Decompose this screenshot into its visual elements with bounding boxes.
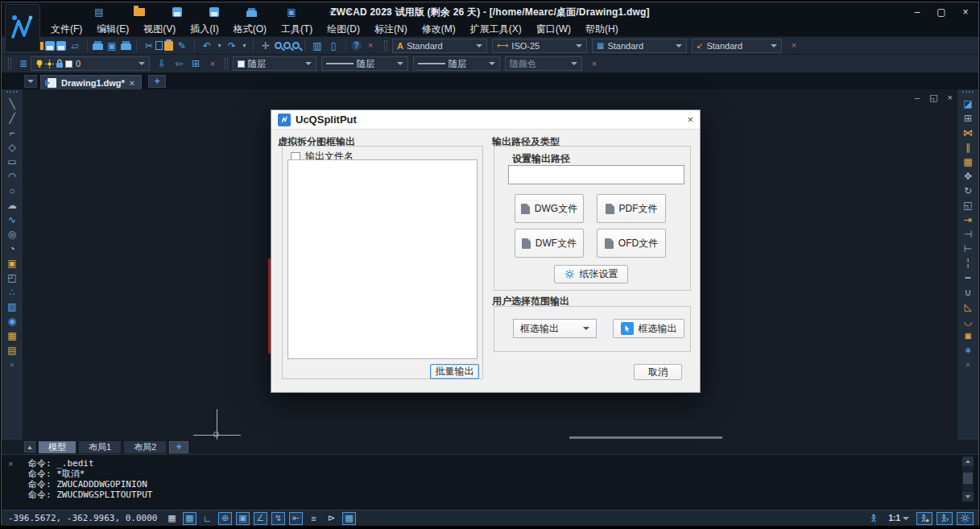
match-properties-icon[interactable]: ✎	[175, 39, 189, 53]
rotate-tool[interactable]: ↻	[961, 184, 975, 198]
command-scrollbar[interactable]	[962, 457, 974, 502]
trim-tool[interactable]: ⊣	[961, 227, 975, 242]
otrack-toggle[interactable]: ∠	[254, 512, 267, 525]
layer-previous-icon[interactable]: ⇦	[172, 56, 186, 71]
scrollbar-thumb[interactable]	[963, 473, 973, 484]
extend-tool[interactable]: ⊢	[961, 242, 975, 256]
layout-tab[interactable]: 模型	[39, 441, 76, 453]
range-mode-select[interactable]: 框选输出	[513, 319, 597, 338]
zoom-realtime-icon[interactable]	[275, 42, 282, 49]
plot-icon[interactable]	[121, 43, 131, 50]
minimize-button[interactable]: –	[911, 6, 924, 18]
mirror-tool[interactable]: ⋈	[961, 126, 975, 140]
lineweight-toggle[interactable]: ⇤	[289, 512, 303, 525]
dim-style-select[interactable]: ⟷ ISO-25	[492, 39, 587, 53]
zoom-window-icon[interactable]	[283, 42, 291, 49]
copy-icon[interactable]	[155, 41, 163, 50]
cut-icon[interactable]: ✂	[142, 39, 156, 53]
close-button[interactable]: ×	[959, 6, 972, 18]
annotation-scale-icon[interactable]	[866, 512, 882, 525]
toolbar-close-icon[interactable]: ×	[363, 39, 378, 53]
status-settings-gear-icon[interactable]	[957, 512, 974, 525]
undo-icon[interactable]: ↶	[200, 39, 214, 53]
scroll-up-icon[interactable]	[962, 457, 974, 466]
toolbar-close-icon[interactable]: ×	[966, 361, 970, 370]
tab-close-icon[interactable]: ×	[130, 78, 134, 88]
menu-toggle[interactable]: ≡	[307, 512, 320, 525]
plot-style-select[interactable]: 随颜色	[505, 56, 582, 71]
polyline-tool[interactable]: ⌐	[5, 126, 19, 140]
lineweight-select[interactable]: 随层	[413, 56, 500, 71]
scroll-down-icon[interactable]	[962, 492, 974, 502]
print-preview-icon[interactable]: ▣	[105, 39, 119, 53]
command-close-icon[interactable]: ×	[8, 459, 13, 469]
circle-tool[interactable]: ○	[5, 184, 19, 198]
explode-tool[interactable]: ∗	[961, 343, 975, 357]
batch-output-button[interactable]: 批量输出	[430, 364, 479, 379]
layout-tab[interactable]: 布局2	[124, 441, 166, 453]
tool-palette-icon[interactable]: ▯	[326, 39, 341, 53]
polygon-tool[interactable]: ◇	[5, 140, 19, 155]
table-style-select[interactable]: ▦ Standard	[592, 39, 687, 53]
ortho-toggle[interactable]: ∟	[201, 512, 214, 525]
break-tool[interactable]: ╍	[961, 271, 975, 285]
insert-block-tool[interactable]: ▣	[5, 256, 19, 271]
toolbar-grip[interactable]	[962, 91, 974, 94]
undo-dropdown-icon[interactable]: ▾	[216, 39, 223, 53]
annotation-scale-select[interactable]: 1:1	[886, 512, 912, 525]
osnap-toggle[interactable]: ▣	[236, 512, 250, 525]
redo-dropdown-icon[interactable]: ▾	[241, 39, 248, 53]
dwf-file-button[interactable]: DWF文件	[515, 229, 584, 258]
toolbar-close-icon[interactable]: ×	[10, 361, 14, 370]
hatch-tool[interactable]: ▨	[5, 300, 19, 314]
line-tool[interactable]: ╲	[5, 97, 19, 111]
offset-tool[interactable]: ∥	[961, 140, 975, 155]
help-icon[interactable]: ?	[351, 40, 362, 51]
ellipse-arc-tool[interactable]: ◔	[5, 242, 19, 256]
ofd-file-button[interactable]: OFD文件	[597, 229, 666, 258]
new-document-button[interactable]: +	[148, 75, 166, 88]
doc-close-button[interactable]: ×	[948, 93, 953, 103]
annotation-visibility-toggle[interactable]	[916, 512, 932, 525]
toolbar-grip[interactable]	[6, 91, 18, 94]
publish-icon[interactable]: ▱	[68, 39, 82, 53]
create-block-tool[interactable]: ◰	[5, 271, 19, 285]
text-style-select[interactable]: A Standard	[392, 39, 487, 53]
copy-tool[interactable]: ⊞	[961, 111, 975, 126]
color-select[interactable]: 随层	[233, 56, 316, 71]
layer-select[interactable]: 0	[31, 56, 150, 71]
mleader-style-select[interactable]: ↙ Standard	[692, 39, 782, 53]
save-icon[interactable]	[45, 41, 55, 51]
layout-tab[interactable]: 布局1	[79, 441, 121, 453]
revision-cloud-tool[interactable]: ☁	[5, 198, 19, 213]
layout-expand-button[interactable]: ▲	[24, 441, 35, 453]
dwg-file-button[interactable]: DWG文件	[515, 194, 584, 223]
layer-make-current-icon[interactable]: ⇩	[155, 56, 169, 71]
polar-toggle[interactable]: ⊕	[218, 512, 232, 525]
spline-tool[interactable]: ∿	[5, 213, 19, 227]
fillet-tool[interactable]: ◡	[961, 314, 975, 329]
save-as-icon[interactable]	[56, 41, 66, 51]
toolbar-close-icon[interactable]: ×	[205, 56, 220, 71]
toolbar-close-icon[interactable]: ×	[787, 39, 801, 53]
snap-toggle[interactable]: ▦	[165, 512, 179, 525]
canvas-hscrollbar[interactable]	[569, 436, 722, 439]
gradient-tool[interactable]: ◉	[5, 314, 19, 329]
toolbar-grip[interactable]	[225, 58, 228, 69]
linetype-select[interactable]: 随层	[321, 56, 408, 71]
print-icon[interactable]	[93, 43, 103, 50]
construction-line-tool[interactable]: ╱	[5, 111, 19, 126]
grid-toggle[interactable]: ▦	[183, 512, 196, 525]
doc-minimize-button[interactable]: –	[915, 93, 920, 103]
frame-list-box[interactable]	[287, 159, 478, 359]
layer-properties-icon[interactable]: ≣	[16, 56, 31, 71]
auto-annotation-scale-toggle[interactable]	[937, 512, 953, 525]
region-tool[interactable]: ◙	[961, 329, 975, 343]
join-tool[interactable]: ∪	[961, 285, 975, 300]
rectangle-tool[interactable]: ▭	[5, 155, 19, 169]
redo-icon[interactable]: ↷	[225, 39, 239, 53]
output-path-input[interactable]	[508, 165, 684, 184]
maximize-button[interactable]: ▢	[935, 6, 948, 18]
dyn-input-toggle[interactable]: ↯	[271, 512, 285, 525]
pdf-file-button[interactable]: PDF文件	[597, 194, 666, 223]
